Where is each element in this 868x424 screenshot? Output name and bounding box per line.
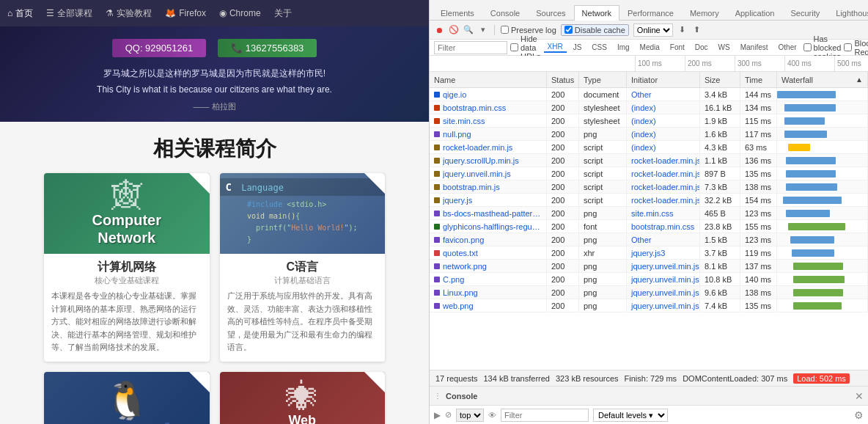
- table-row[interactable]: network.png 200 png jquery.unveil.min.js…: [430, 260, 868, 273]
- filter-media[interactable]: Media: [636, 43, 663, 52]
- filter-other[interactable]: Other: [775, 43, 801, 52]
- table-row[interactable]: bs-docs-masthead-pattern.png 200 png sit…: [430, 207, 868, 220]
- tab-elements[interactable]: Elements: [433, 5, 482, 21]
- table-row[interactable]: jquery.unveil.min.js 200 script rocket-l…: [430, 167, 868, 180]
- nav-firefox[interactable]: 🦊 Firefox: [165, 8, 206, 18]
- row-time: 134 ms: [740, 101, 777, 114]
- filter-js[interactable]: JS: [570, 43, 586, 52]
- tab-console[interactable]: Console: [482, 5, 528, 21]
- row-waterfall: [777, 180, 868, 193]
- filter-css[interactable]: CSS: [588, 43, 611, 52]
- table-row[interactable]: jquery.scrollUp.min.js 200 script rocket…: [430, 154, 868, 167]
- courses-icon: ☰: [46, 8, 54, 18]
- tab-performance[interactable]: Performance: [619, 5, 682, 21]
- row-status: 200: [547, 286, 579, 299]
- table-row[interactable]: quotes.txt 200 xhr jquery.js3 3.7 kB 119…: [430, 246, 868, 260]
- disable-cache-checkbox[interactable]: Disable cache: [561, 24, 629, 36]
- resources-size: 323 kB resources: [556, 374, 619, 383]
- clear-icon[interactable]: 🚫: [449, 25, 459, 35]
- console-settings-icon[interactable]: ⚙: [854, 409, 864, 421]
- nav-about[interactable]: 关于: [274, 7, 292, 20]
- table-row[interactable]: C.png 200 png jquery.unveil.min.js11 10.…: [430, 273, 868, 286]
- nav-home[interactable]: ⌂ 首页: [7, 7, 33, 20]
- blocked-requests-cb[interactable]: Blocked Requests: [844, 39, 868, 56]
- nav-chrome[interactable]: ◉ Chrome: [219, 8, 261, 18]
- console-arrow-icon: ▶: [434, 410, 441, 420]
- tab-lighthouse[interactable]: Lighthouse: [828, 5, 868, 21]
- search-icon[interactable]: 🔍: [463, 25, 474, 35]
- table-row[interactable]: rocket-loader.min.js 200 script (index) …: [430, 141, 868, 154]
- row-waterfall: [777, 260, 868, 272]
- console-close-icon[interactable]: ✕: [855, 390, 864, 402]
- filter-manifest[interactable]: Manifest: [737, 43, 772, 52]
- th-initiator[interactable]: Initiator: [627, 72, 700, 87]
- table-row[interactable]: glyphicons-halflings-regular.woff 200 fo…: [430, 220, 868, 233]
- filter-xhr[interactable]: XHR: [544, 42, 567, 53]
- tab-application[interactable]: Application: [727, 5, 783, 21]
- th-status[interactable]: Status: [547, 72, 579, 87]
- table-row[interactable]: site.min.css 200 stylesheet (index) 1.9 …: [430, 114, 868, 128]
- record-icon[interactable]: ⏺: [434, 25, 444, 35]
- card-clang[interactable]: C Language #include <stdio.h> void main(…: [220, 173, 386, 362]
- hero-banner: QQ: 929051261 📞 13627556383 罗马城之所以是这样的罗马…: [0, 26, 429, 122]
- row-name: jquery.js: [430, 194, 547, 206]
- tab-sources[interactable]: Sources: [528, 5, 573, 21]
- tab-memory[interactable]: Memory: [682, 5, 727, 21]
- table-row[interactable]: bootstrap.min.css 200 stylesheet (index)…: [430, 101, 868, 114]
- table-row[interactable]: web.png 200 png jquery.unveil.min.js11 7…: [430, 299, 868, 312]
- network-table-body[interactable]: qige.io 200 document Other 3.4 kB 144 ms…: [430, 88, 868, 370]
- table-row[interactable]: favicon.png 200 png Other 1.5 kB 123 ms: [430, 233, 868, 246]
- table-row[interactable]: Linux.png 200 png jquery.unveil.min.js11…: [430, 286, 868, 299]
- card-web-image: 🕷 WebTechnology: [220, 372, 386, 424]
- preserve-log-checkbox[interactable]: Preserve log: [501, 26, 556, 34]
- firefox-icon: 🦊: [165, 8, 176, 18]
- import-icon[interactable]: ⬇: [677, 25, 688, 35]
- filter-icon[interactable]: ▾: [478, 25, 488, 35]
- table-row[interactable]: qige.io 200 document Other 3.4 kB 144 ms: [430, 88, 868, 101]
- th-name[interactable]: Name: [430, 72, 547, 87]
- throttle-select[interactable]: Online: [633, 23, 673, 37]
- row-status: 200: [547, 114, 579, 127]
- console-expand-icon[interactable]: ⋮: [434, 392, 441, 400]
- card-linux[interactable]: 🐧 Linux 初步 f Linux初步 操作系统基础: [44, 372, 210, 424]
- th-size[interactable]: Size: [700, 72, 740, 87]
- filter-input[interactable]: [434, 41, 507, 54]
- card-network-body: 计算机网络 核心专业基础课程 本课程是各专业的核心专业基础课。掌握计算机网络的基…: [44, 254, 210, 362]
- console-filter-input[interactable]: [501, 409, 589, 422]
- row-name: Linux.png: [430, 286, 547, 299]
- qq-contact[interactable]: QQ: 929051261: [112, 39, 207, 57]
- console-level-select[interactable]: Default levels ▾: [593, 409, 668, 422]
- row-type: script: [579, 180, 627, 193]
- filter-font[interactable]: Font: [666, 43, 688, 52]
- export-icon[interactable]: ⬆: [692, 25, 702, 35]
- filter-ws[interactable]: WS: [715, 43, 734, 52]
- filter-img[interactable]: Img: [614, 43, 633, 52]
- row-waterfall: [777, 286, 868, 299]
- row-name: bootstrap.min.js: [430, 180, 547, 193]
- row-size: 465 B: [700, 207, 740, 219]
- table-row[interactable]: bootstrap.min.js 200 script rocket-loade…: [430, 180, 868, 194]
- row-waterfall: [777, 233, 868, 246]
- eye-icon[interactable]: 👁: [488, 411, 496, 420]
- row-status: 200: [547, 220, 579, 233]
- row-status: 200: [547, 128, 579, 140]
- filter-doc[interactable]: Doc: [691, 43, 712, 52]
- phone-contact[interactable]: 📞 13627556383: [218, 39, 317, 57]
- ruler-100ms: 100 ms: [635, 56, 685, 72]
- nav-courses[interactable]: ☰ 全部课程: [46, 7, 92, 20]
- th-type[interactable]: Type: [579, 72, 627, 87]
- card-web[interactable]: 🕷 WebTechnology Web Technology 网页技术基础: [220, 372, 386, 424]
- card-network-desc: 本课程是各专业的核心专业基础课。掌握计算机网络的基本原理、熟悉网络的运行方式、能…: [51, 290, 202, 354]
- nav-lab[interactable]: ⚗ 实验教程: [106, 7, 152, 20]
- th-waterfall[interactable]: Waterfall ▲: [777, 72, 868, 87]
- tab-security[interactable]: Security: [782, 5, 828, 21]
- console-context-select[interactable]: top: [456, 409, 484, 422]
- card-network[interactable]: 🕸 ComputerNetwork 计算机网络 核心专业基础课程 本课程是各专业…: [44, 173, 210, 362]
- th-time[interactable]: Time: [740, 72, 777, 87]
- table-row[interactable]: jquery.js 200 script rocket-loader.min.j…: [430, 194, 868, 207]
- table-row[interactable]: null.png 200 png (index) 1.6 kB 117 ms: [430, 128, 868, 141]
- console-label[interactable]: Console: [446, 392, 477, 401]
- ruler-200ms: 200 ms: [685, 56, 735, 72]
- tab-network[interactable]: Network: [574, 5, 619, 21]
- load-time: Load: 502 ms: [793, 373, 850, 384]
